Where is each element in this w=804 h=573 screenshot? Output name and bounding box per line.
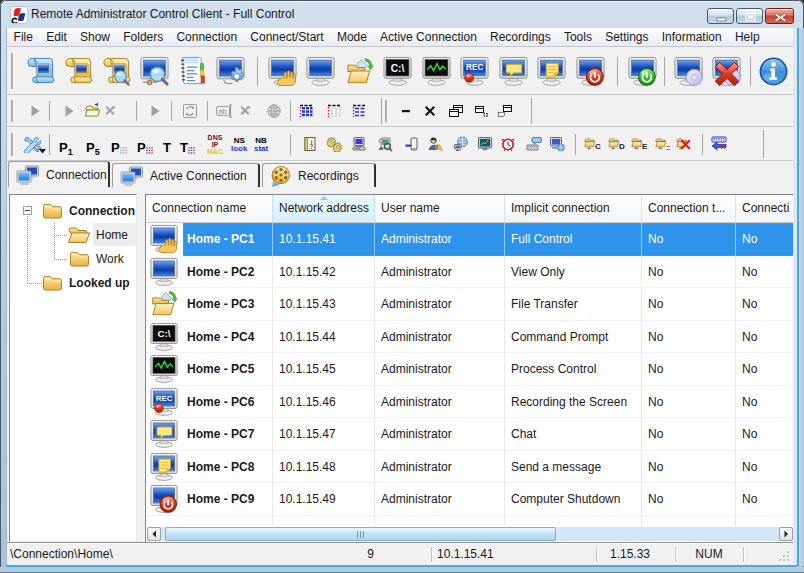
- toolbar-computer-button[interactable]: [351, 136, 367, 152]
- menu-information[interactable]: Information: [655, 28, 728, 46]
- toolbar-network-button[interactable]: [453, 136, 469, 152]
- toolbar-view-only-button[interactable]: [305, 56, 336, 87]
- toolbar-chat-button[interactable]: [498, 56, 529, 87]
- toolbar-ping-grid-button[interactable]: P: [111, 140, 128, 155]
- toolbar-edit-connection-button[interactable]: [62, 56, 93, 87]
- toolbar-grip[interactable]: [11, 100, 13, 122]
- table-row-pc6[interactable]: Home - PC6 10.1.15.46 Administrator Reco…: [146, 386, 793, 419]
- toolbar-cascade-button[interactable]: [448, 103, 464, 119]
- toolbar-share-c-button[interactable]: C: [583, 136, 598, 151]
- toolbar-share-d-button[interactable]: D: [607, 136, 622, 151]
- tab-recordings[interactable]: Recordings: [262, 163, 376, 187]
- toolbar-remote-input-button[interactable]: [710, 135, 728, 151]
- toolbar-grip[interactable]: [11, 53, 13, 89]
- toolbar-table-full-button[interactable]: [298, 103, 314, 119]
- toolbar-share-e-button[interactable]: E: [630, 136, 645, 151]
- toolbar-start-button[interactable]: [61, 103, 77, 119]
- toolbar-find-connection-button[interactable]: [100, 56, 131, 87]
- toolbar-search-network-button[interactable]: [139, 56, 170, 87]
- table-row-pc2[interactable]: Home - PC2 10.1.15.42 Administrator View…: [146, 256, 793, 289]
- toolbar-grip[interactable]: [385, 100, 387, 122]
- menu-mode[interactable]: Mode: [330, 28, 373, 46]
- toolbar-remote-web-button[interactable]: [549, 136, 565, 152]
- toolbar-send-keys-button[interactable]: [526, 136, 542, 152]
- toolbar-connect-button[interactable]: [27, 103, 43, 119]
- toolbar-close-window-button[interactable]: [422, 103, 438, 119]
- toolbar-uninstall-button[interactable]: [711, 56, 742, 87]
- toolbar-tile-vertical-button[interactable]: [497, 103, 513, 119]
- toolbar-file-transfer-button[interactable]: [344, 56, 375, 87]
- toolbar-rename-button[interactable]: [216, 103, 232, 119]
- menu-settings[interactable]: Settings: [599, 28, 656, 46]
- resize-grip[interactable]: [778, 550, 790, 562]
- toolbar-protocol-5-button[interactable]: P5: [86, 140, 100, 157]
- menu-folders[interactable]: Folders: [117, 28, 170, 46]
- menu-file[interactable]: File: [7, 28, 40, 46]
- menu-connection[interactable]: Connection: [170, 28, 244, 46]
- toolbar-trace-grid-button[interactable]: T: [180, 140, 196, 155]
- horizontal-scrollbar[interactable]: [147, 527, 793, 541]
- toolbar-web-button[interactable]: [266, 103, 282, 119]
- tree-collapse-toggle[interactable]: [23, 206, 32, 215]
- toolbar-delete-item-button[interactable]: [102, 103, 118, 119]
- title-bar[interactable]: Remote Administrator Control Client - Fu…: [0, 0, 804, 28]
- menu-connect-start[interactable]: Connect/Start: [244, 28, 331, 46]
- toolbar-information-button[interactable]: [758, 56, 789, 87]
- tree-node-work[interactable]: Work: [96, 252, 124, 266]
- column-header-network-address[interactable]: Network address: [272, 195, 375, 222]
- table-row-pc1[interactable]: Home - PC1 10.1.15.41 Administrator Full…: [146, 223, 793, 256]
- table-row-pc5[interactable]: Home - PC5 10.1.15.45 Administrator Proc…: [146, 353, 793, 386]
- toolbar-shutdown-button[interactable]: [575, 56, 606, 87]
- toolbar-connection-settings-button[interactable]: [215, 56, 246, 87]
- toolbar-protocol-1-button[interactable]: P1: [59, 140, 73, 157]
- toolbar-install-button[interactable]: [673, 56, 704, 87]
- toolbar-grip[interactable]: [11, 133, 13, 156]
- toolbar-user-access-button[interactable]: [427, 136, 443, 152]
- toolbar-scheduler-button[interactable]: [500, 136, 516, 152]
- menu-help[interactable]: Help: [728, 28, 766, 46]
- column-header-implicit-connection[interactable]: Implicit connection: [505, 195, 642, 222]
- toolbar-minimize-window-button[interactable]: [398, 103, 414, 119]
- tree-node-connection[interactable]: Connection: [69, 204, 135, 218]
- toolbar-help-book-button[interactable]: [302, 136, 318, 152]
- column-header-connecti[interactable]: Connecti: [736, 195, 793, 222]
- toolbar-nbstat-button[interactable]: NBstat: [254, 137, 268, 152]
- toolbar-remote-install-button[interactable]: [404, 136, 420, 152]
- toolbar-share-disconnect-button[interactable]: [675, 136, 690, 151]
- toolbar-command-prompt-button[interactable]: [382, 56, 413, 87]
- menu-edit[interactable]: Edit: [40, 28, 74, 46]
- toolbar-remote-screen-button[interactable]: [477, 136, 493, 152]
- toolbar-refresh-button[interactable]: [182, 103, 198, 119]
- close-button[interactable]: [765, 8, 794, 24]
- toolbar-table-columns-button[interactable]: [326, 103, 342, 119]
- column-header-connection-t[interactable]: Connection t...: [642, 195, 736, 222]
- toolbar-tile-horizontal-button[interactable]: [473, 103, 489, 119]
- toolbar-find-user-button[interactable]: [377, 136, 393, 152]
- toolbar-run-button[interactable]: [147, 103, 163, 119]
- toolbar-process-control-button[interactable]: [421, 56, 452, 87]
- toolbar-share-dots-button[interactable]: ::: [654, 136, 669, 151]
- table-row-pc8[interactable]: Home - PC8 10.1.15.48 Administrator Send…: [146, 451, 793, 484]
- toolbar-trace-button[interactable]: T: [163, 140, 171, 155]
- toolbar-new-connection-button[interactable]: [24, 56, 55, 87]
- menu-recordings[interactable]: Recordings: [483, 28, 557, 46]
- toolbar-ping-grid-color-button[interactable]: P: [137, 140, 154, 155]
- toolbar-full-control-button[interactable]: [267, 56, 298, 87]
- tab-active-connection[interactable]: Active Connection: [112, 163, 260, 187]
- column-header-connection-name[interactable]: Connection name: [146, 195, 273, 222]
- column-header-user-name[interactable]: User name: [375, 195, 505, 222]
- menu-show[interactable]: Show: [73, 28, 116, 46]
- scroll-left-button[interactable]: [147, 527, 161, 541]
- toolbar-connection-log-button[interactable]: [177, 56, 208, 87]
- table-row-pc7[interactable]: Home - PC7 10.1.15.47 Administrator Chat…: [146, 418, 793, 451]
- toolbar-table-rows-button[interactable]: [351, 103, 367, 119]
- toolbar-tools-dropdown-button[interactable]: [23, 135, 41, 153]
- minimize-button[interactable]: [707, 8, 734, 24]
- scroll-right-button[interactable]: [779, 527, 793, 541]
- table-row-pc9[interactable]: Home - PC9 10.1.15.49 Administrator Comp…: [146, 483, 793, 516]
- toolbar-record-screen-button[interactable]: [459, 56, 490, 87]
- toolbar-power-on-button[interactable]: [627, 56, 658, 87]
- toolbar-open-folder-button[interactable]: [84, 103, 100, 119]
- tree-node-home[interactable]: Home: [96, 228, 128, 242]
- toolbar-services-button[interactable]: [327, 136, 343, 152]
